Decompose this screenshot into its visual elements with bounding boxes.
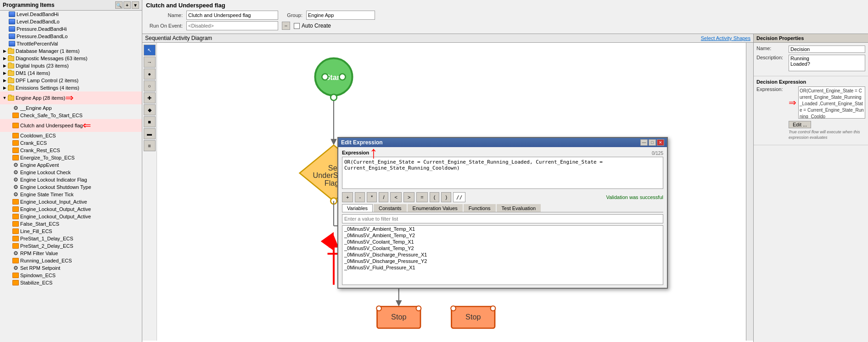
expand-icon[interactable]: ▶ (2, 56, 7, 61)
tree-item-diag-messages[interactable]: ▶ Diagnostic Messages (63 items) (0, 55, 142, 62)
diagram-canvas[interactable]: Start Set UnderSpeed (157, 43, 746, 341)
blue-item-icon (8, 11, 16, 17)
diamond-tool[interactable]: ◆ (144, 104, 156, 115)
folder-icon (7, 95, 15, 101)
blue-item-icon (8, 33, 16, 40)
diagram-toolbar: ↖ → ● ○ ✚ ◆ ■ ▬ ≡ (142, 43, 157, 341)
group-label: Group: (282, 12, 302, 18)
expand-icon[interactable]: ▶ (2, 85, 7, 91)
tree-item-check-safe[interactable]: Check_Safe_To_Start_ECS (0, 112, 142, 119)
select-activity-shapes-link[interactable]: Select Activity Shapes (701, 35, 750, 41)
decision-desc-label: Description: (756, 55, 789, 60)
tree-item-pressure-deadbandhi[interactable]: Pressure.DeadBandHi (0, 25, 142, 33)
tree-item-lockout-output1[interactable]: Engine_Lockout_Output_Active (0, 205, 142, 213)
svg-text:Stop: Stop (391, 313, 406, 321)
orange-icon (12, 228, 19, 234)
auto-create-checkbox[interactable] (294, 23, 300, 29)
tree-item-clutch-underspeed[interactable]: Clutch and Underspeed flag ⇐ (0, 119, 142, 132)
top-bar: Clutch and Underspeed flag Name: Group: … (142, 0, 868, 34)
name-input[interactable] (186, 11, 278, 20)
run-on-event-input[interactable] (186, 21, 278, 30)
expand-icon[interactable]: ▶ (2, 48, 7, 54)
stack-tool[interactable]: ≡ (144, 140, 156, 151)
tree-item-prestart2[interactable]: PreStart_2_Delay_ECS (0, 242, 142, 250)
tree-item-lockout-output2[interactable]: Engine_Lockout_Output_Active (0, 213, 142, 220)
tree-item-level-deadbandlo[interactable]: Level.DeadBandLo (0, 18, 142, 25)
sidebar-add-icon[interactable]: + (123, 1, 131, 9)
tree-item-engine-app-item[interactable]: ⚙ __Engine App (0, 104, 142, 112)
auto-create-label: Auto Create (302, 23, 331, 29)
arrow-tool[interactable]: → (144, 57, 156, 68)
tree-item-engine-app[interactable]: ▼ Engine App (28 items) ⇒ (0, 91, 142, 104)
tree-item-energize[interactable]: Energize_To_Stop_ECS (0, 154, 142, 161)
orange-icon (12, 272, 19, 279)
tree-item-prestart1[interactable]: PreStart_1_Delay_ECS (0, 235, 142, 242)
tree-item-emissions[interactable]: ▶ Emissions Settings (4 items) (0, 84, 142, 91)
orange-icon (12, 199, 19, 205)
tree-item-rpm-filter[interactable]: ⚙ RPM Filter Value (0, 250, 142, 257)
tree-item-crank-ecs[interactable]: Crank_ECS (0, 139, 142, 147)
diagram-scrollbar[interactable] (746, 43, 753, 341)
svg-point-2 (322, 74, 328, 80)
tree-item-stabilize[interactable]: Stabilize_ECS (0, 279, 142, 286)
auto-create-row: Auto Create (294, 23, 331, 29)
expr-arrow-indicator: ⇒ (789, 97, 796, 108)
tree-item-set-rpm[interactable]: ⚙ Set RPM Setpoint (0, 264, 142, 272)
orange-icon (12, 279, 19, 286)
decision-name-input[interactable] (789, 46, 865, 53)
tree-item-engine-lockout-indicator[interactable]: ⚙ Engine Lockout Indicator Flag (0, 176, 142, 183)
tree-item-engine-lockout-shutdown[interactable]: ⚙ Engine Lockout Shutdown Type (0, 183, 142, 191)
sidebar-search-icon[interactable]: 🔍 (115, 1, 123, 9)
tree-item-cooldown[interactable]: Cooldown_ECS (0, 132, 142, 139)
blue-item-icon (8, 40, 16, 47)
orange-icon (12, 206, 19, 212)
tree-item-level-deadbandhi[interactable]: Level.DeadBandHi (0, 11, 142, 18)
group-input[interactable] (306, 11, 375, 20)
diagram-title: Sequential Activity Diagram (145, 35, 212, 41)
edit-expression-button[interactable]: Edit ... (789, 121, 811, 128)
tree-item-digital-inputs[interactable]: ▶ Digital Inputs (23 items) (0, 62, 142, 69)
form-row-name: Name: Group: (146, 11, 864, 20)
rect-task-tool[interactable]: ▬ (144, 128, 156, 139)
orange-icon (12, 235, 19, 242)
tree-item-spindown[interactable]: Spindown_ECS (0, 272, 142, 279)
tree-item-pressure-deadbandlo[interactable]: Pressure.DeadBandLo (0, 33, 142, 40)
cross-tool[interactable]: ✚ (144, 92, 156, 103)
gear-icon: ⚙ (12, 191, 19, 198)
diagram-content: ↖ → ● ○ ✚ ◆ ■ ▬ ≡ (142, 43, 753, 341)
tree-item-dpf-lamp[interactable]: ▶ DPF Lamp Control (2 items) (0, 77, 142, 84)
orange-icon (12, 243, 19, 249)
tree-item-false-start[interactable]: False_Start_ECS (0, 220, 142, 228)
tree-item-running-loaded-ecs[interactable]: Running_Loaded_ECS (0, 257, 142, 264)
decision-desc-textarea[interactable]: Running Loaded? (789, 55, 865, 71)
circle-outline-tool[interactable]: ○ (144, 80, 156, 91)
svg-point-27 (396, 223, 402, 229)
tree-item-lockout-input[interactable]: Engine_Lockout_Input_Active (0, 198, 142, 205)
run-on-event-arrow-btn[interactable]: ↔ (282, 22, 290, 30)
tree-item-throttle[interactable]: ThrottlePercentVal (0, 40, 142, 47)
diagram-area: Sequential Activity Diagram Select Activ… (142, 34, 753, 342)
tree-item-engine-state-timer[interactable]: ⚙ Engine State Timer Tick (0, 191, 142, 198)
sidebar-settings-icon[interactable]: ▼ (132, 1, 139, 9)
expand-icon[interactable]: ▶ (2, 70, 7, 76)
tree-item-line-fill[interactable]: Line_Fill_ECS (0, 228, 142, 235)
svg-marker-49 (329, 235, 339, 248)
cursor-tool[interactable]: ↖ (144, 45, 156, 56)
expand-icon[interactable]: ▼ (2, 95, 7, 101)
expand-icon[interactable]: ▶ (2, 63, 7, 68)
circle-filled-tool[interactable]: ● (144, 68, 156, 80)
orange-icon (12, 122, 19, 129)
run-on-event-label: Run On Event: (146, 23, 183, 28)
expand-icon[interactable]: ▶ (2, 78, 7, 83)
orange-icon (12, 154, 19, 161)
tree-item-dm1[interactable]: ▶ DM1 (14 items) (0, 69, 142, 77)
folder-icon (7, 77, 15, 84)
tree-item-engine-app-event[interactable]: ⚙ Engine AppEvent (0, 161, 142, 169)
tree-item-db-manager[interactable]: ▶ Database Manager (1 items) (0, 47, 142, 55)
svg-point-19 (421, 183, 426, 188)
tree-item-crank-rest[interactable]: Crank_Rest_ECS (0, 147, 142, 154)
svg-point-47 (491, 306, 496, 311)
svg-point-16 (409, 158, 414, 163)
tree-item-engine-lockout-check[interactable]: ⚙ Engine Lockout Check (0, 169, 142, 176)
square-tool[interactable]: ■ (144, 116, 156, 127)
